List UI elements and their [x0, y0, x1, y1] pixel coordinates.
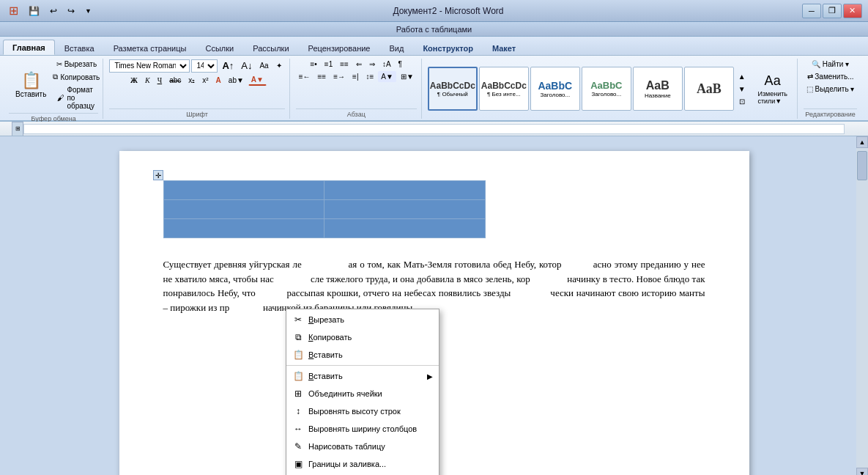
table-cell[interactable] — [324, 219, 486, 238]
minimize-button[interactable]: ─ — [802, 4, 821, 18]
document-table[interactable] — [163, 180, 486, 238]
tab-insert[interactable]: Вставка — [55, 40, 104, 55]
ctx-draw-table[interactable]: ✎ Нарисовать таблицу — [286, 438, 439, 455]
tab-layout[interactable]: Макет — [483, 40, 525, 55]
clear-format-button[interactable]: ✦ — [273, 60, 285, 71]
find-button[interactable]: 🔍 Найти ▾ — [804, 59, 858, 70]
shrink-font-button[interactable]: A↓ — [238, 59, 255, 73]
italic-button[interactable]: К — [142, 75, 153, 86]
copy-button[interactable]: ⧉ Копировать — [54, 71, 98, 83]
select-button[interactable]: ⬚ Выделить ▾ — [804, 84, 858, 95]
numbering-button[interactable]: ≡1 — [322, 59, 335, 70]
ruler-corner[interactable]: ⊞ — [12, 122, 23, 136]
styles-more[interactable]: ⊡ — [735, 96, 749, 107]
styles-scroll-down[interactable]: ▼ — [735, 84, 749, 95]
style-no-spacing[interactable]: AaBbCcDc ¶ Без инте... — [479, 67, 529, 111]
tab-mailings[interactable]: Рассылки — [243, 40, 298, 55]
ctx-insert[interactable]: 📋 Вставить ▶ — [286, 367, 439, 385]
redo-button[interactable]: ↪ — [64, 4, 78, 18]
shading-button[interactable]: A▼ — [378, 71, 396, 82]
cut-button[interactable]: ✂ Вырезать — [54, 59, 98, 70]
ctx-borders[interactable]: ▣ Границы и заливка... — [286, 455, 439, 473]
change-styles-button[interactable]: Аа Изменитьстили▼ — [753, 70, 793, 107]
text-effects-button[interactable]: А — [213, 75, 224, 86]
style-extra[interactable]: АаВ — [684, 67, 734, 111]
tab-constructor[interactable]: Конструктор — [413, 40, 482, 55]
table-cell[interactable] — [163, 181, 324, 200]
ctx-copy-label: Копировать — [308, 333, 352, 342]
subscript-button[interactable]: x₂ — [185, 75, 198, 86]
ctx-cut-label: Вырезать — [308, 315, 344, 324]
ribbon-tabs: Главная Вставка Разметка страницы Ссылки… — [0, 37, 868, 56]
restore-button[interactable]: ❐ — [823, 4, 842, 18]
font-size-select[interactable]: 14 — [191, 59, 218, 73]
copy-label: Копировать — [60, 73, 100, 81]
undo-button[interactable]: ↩ — [47, 4, 60, 18]
font-label: Шрифт — [109, 108, 284, 119]
sort-button[interactable]: ↕A — [379, 59, 394, 70]
close-button[interactable]: ✕ — [843, 4, 862, 18]
underline-button[interactable]: Ч — [155, 75, 166, 86]
ribbon-group-editing: 🔍 Найти ▾ ⇄ Заменить... ⬚ Выделить ▾ Ред… — [799, 59, 862, 119]
ctx-insert-arrow: ▶ — [427, 372, 433, 380]
superscript-button[interactable]: x² — [199, 75, 211, 86]
tab-references[interactable]: Ссылки — [196, 40, 243, 55]
table-cell[interactable] — [324, 181, 486, 200]
change-styles-col: Аа Изменитьстили▼ — [753, 70, 793, 107]
ctx-merge[interactable]: ⊞ Объединить ячейки — [286, 385, 439, 402]
strikethrough-button[interactable]: abc — [166, 75, 184, 86]
font-color-button[interactable]: А▼ — [248, 74, 267, 86]
style-title[interactable]: AaB Название — [633, 67, 683, 111]
change-case-button[interactable]: Aa — [256, 60, 271, 71]
tab-view[interactable]: Вид — [380, 40, 414, 55]
save-button[interactable]: 💾 — [26, 4, 42, 18]
justify-button[interactable]: ≡| — [349, 71, 361, 82]
ctx-merge-icon: ⊞ — [292, 388, 304, 399]
scroll-up-button[interactable]: ▲ — [856, 136, 868, 148]
styles-scroll-up[interactable]: ▲ — [735, 71, 749, 82]
ctx-separator1 — [286, 365, 439, 366]
scroll-thumb[interactable] — [857, 151, 867, 180]
style-normal-text: AaBbCcDc — [430, 81, 475, 91]
style-heading1[interactable]: AaBbC Заголово... — [530, 67, 580, 111]
bold-button[interactable]: Ж — [127, 75, 141, 86]
tab-review[interactable]: Рецензирование — [299, 40, 380, 55]
bullets-button[interactable]: ≡• — [308, 59, 320, 70]
table-cell[interactable] — [324, 200, 486, 219]
style-heading2[interactable]: AaBbC Заголово... — [582, 67, 631, 111]
scroll-down-button[interactable]: ▼ — [856, 468, 868, 475]
increase-indent-button[interactable]: ⇒ — [366, 59, 378, 70]
ctx-equal-cols[interactable]: ↔ Выровнять ширину столбцов — [286, 420, 439, 438]
align-center-button[interactable]: ≡≡ — [315, 71, 330, 82]
format-painter-button[interactable]: 🖌 Формат по образцу — [54, 84, 98, 111]
tab-home[interactable]: Главная — [3, 40, 55, 55]
ctx-paste[interactable]: 📋 Вставить — [286, 346, 439, 364]
multilevel-button[interactable]: ≡≡ — [337, 59, 352, 70]
grow-font-button[interactable]: A↑ — [219, 59, 237, 73]
table-cell[interactable] — [163, 219, 324, 238]
style-normal[interactable]: AaBbCcDc ¶ Обычный — [428, 67, 478, 111]
table-row — [163, 200, 485, 219]
borders-button[interactable]: ⊞▼ — [398, 71, 417, 82]
customize-qat[interactable]: ▼ — [82, 6, 94, 16]
table-move-handle[interactable]: ✛ — [153, 170, 163, 180]
align-right-button[interactable]: ≡→ — [330, 71, 348, 82]
line-spacing-button[interactable]: ↕≡ — [363, 71, 376, 82]
ctx-cut[interactable]: ✂ Вырезать — [286, 311, 439, 328]
paste-button[interactable]: 📋 Вставить — [9, 62, 53, 108]
align-left-button[interactable]: ≡← — [296, 71, 314, 82]
ctx-copy[interactable]: ⧉ Копировать — [286, 328, 439, 346]
titlebar: ⊞ 💾 ↩ ↪ ▼ Документ2 - Microsoft Word ─ ❐… — [0, 0, 868, 22]
paste-icon: 📋 — [292, 349, 304, 361]
ctx-equal-rows[interactable]: ↕ Выровнять высоту строк — [286, 402, 439, 420]
font-name-select[interactable]: Times New Roman — [109, 59, 190, 73]
tab-page-layout[interactable]: Разметка страницы — [104, 40, 196, 55]
editing-label: Редактирование — [804, 108, 858, 119]
replace-button[interactable]: ⇄ Заменить... — [804, 71, 858, 82]
office-button[interactable]: ⊞ — [6, 2, 21, 19]
table-cell[interactable] — [163, 200, 324, 219]
highlight-button[interactable]: ab▼ — [226, 75, 247, 86]
decrease-indent-button[interactable]: ⇐ — [353, 59, 365, 70]
show-marks-button[interactable]: ¶ — [396, 59, 405, 70]
copy-icon: ⧉ — [53, 73, 58, 81]
